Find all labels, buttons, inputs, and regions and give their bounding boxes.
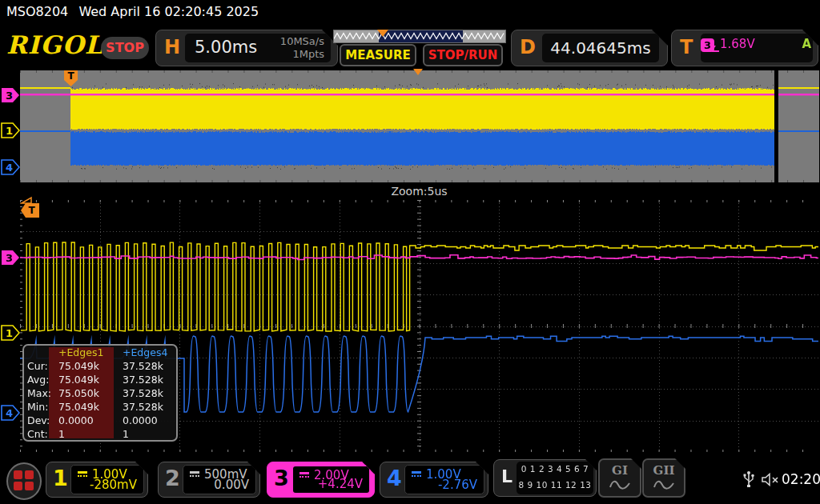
timebase-value: 5.00ms bbox=[195, 38, 257, 57]
run-state-badge: STOP bbox=[101, 37, 149, 59]
oscilloscope-screen: MSO8204 Wed April 16 02:20:45 2025 RIGOL… bbox=[0, 0, 820, 504]
menu-button[interactable] bbox=[6, 462, 42, 500]
strip-trigger-marker-icon bbox=[377, 30, 388, 37]
main-ch3-position-tag[interactable]: 3 bbox=[1, 87, 20, 103]
trigger-level-value: 1.68V bbox=[720, 37, 755, 51]
generator1-button[interactable]: GI bbox=[598, 458, 641, 498]
ch4-offset: -2.76V bbox=[438, 478, 477, 492]
svg-text:3: 3 bbox=[6, 90, 13, 102]
ch1-coupling-icon bbox=[77, 470, 88, 478]
main-timebase-view bbox=[20, 70, 819, 182]
channel4-number: 4 bbox=[387, 466, 402, 490]
channel4-box[interactable]: 4 1.00V -2.76V bbox=[380, 462, 488, 498]
sine-wave-icon bbox=[653, 479, 674, 490]
ch1-offset: -280mV bbox=[90, 478, 137, 492]
generator2-label: GII bbox=[644, 463, 684, 478]
svg-text:4: 4 bbox=[6, 162, 13, 174]
main-ch1-position-tag[interactable]: 1 bbox=[1, 122, 20, 138]
digital-channel-list: 0 1 2 3 4 5 6 7 8 9 10 11 12 13 14 15 bbox=[517, 462, 593, 494]
zoom-ch4-position-tag[interactable]: 4 bbox=[1, 405, 20, 421]
generator1-label: GI bbox=[600, 463, 640, 478]
stop-run-button[interactable]: STOP/RUN bbox=[423, 44, 503, 66]
digital-label: L bbox=[501, 466, 512, 486]
measurement-row: Cur: 75.049k 37.528k bbox=[24, 359, 176, 373]
delay-display: 44.04645ms bbox=[542, 34, 659, 62]
ch2-coupling-icon bbox=[189, 470, 200, 478]
zoom-ch1-position-tag[interactable]: 1 bbox=[1, 325, 20, 341]
trigger-sweep-mode: A bbox=[802, 37, 811, 51]
measure-button[interactable]: MEASURE bbox=[340, 44, 416, 66]
sine-wave-icon bbox=[609, 479, 630, 490]
sample-rate-value: 10MSa/s bbox=[280, 35, 324, 48]
delay-button[interactable]: D 44.04645ms bbox=[511, 30, 668, 66]
usb-icon bbox=[743, 470, 754, 488]
memory-depth-value: 1Mpts bbox=[280, 48, 324, 61]
model-label: MSO8204 bbox=[6, 4, 68, 19]
zoom-corner-marker-icon bbox=[20, 196, 33, 204]
ch3-offset: +4.24V bbox=[318, 477, 363, 491]
main-ch4-position-tag[interactable]: 4 bbox=[1, 159, 20, 175]
measurement-row: Cnt: 1 1 bbox=[24, 427, 176, 441]
top-status-bar: MSO8204 Wed April 16 02:20:45 2025 bbox=[0, 0, 820, 24]
zoom-scale-label: Zoom:5us bbox=[20, 185, 818, 198]
svg-text:1: 1 bbox=[6, 125, 13, 137]
svg-text:4: 4 bbox=[6, 407, 13, 419]
measurement-row: Dev: 0.0000 0.0000 bbox=[24, 414, 176, 427]
trigger-source-badge: 3 bbox=[701, 38, 714, 52]
memory-position-strip[interactable] bbox=[333, 30, 506, 43]
measurement-row: Min: 75.049k 37.528k bbox=[24, 400, 176, 414]
channel3-box[interactable]: 3 2.00V +4.24V bbox=[267, 462, 375, 498]
measurement-row: Max: 75.050k 37.528k bbox=[24, 386, 176, 400]
horizontal-settings-button[interactable]: H 5.00ms 10MSa/s 1Mpts bbox=[155, 30, 338, 66]
digital-channels-box[interactable]: L 0 1 2 3 4 5 6 7 8 9 10 11 12 13 14 15 bbox=[493, 459, 597, 497]
ch2-offset: 0.00V bbox=[214, 478, 249, 492]
trigger-button[interactable]: T 3 1.68V A bbox=[671, 30, 818, 66]
measurement-col2-header: +Edges4 bbox=[121, 346, 177, 359]
t-key-label: T bbox=[680, 31, 693, 63]
channel3-number: 3 bbox=[274, 466, 289, 490]
generator2-button[interactable]: GII bbox=[642, 458, 685, 498]
h-key-label: H bbox=[164, 31, 180, 63]
channel2-number: 2 bbox=[165, 466, 180, 490]
channel2-box[interactable]: 2 500mV 0.00V bbox=[158, 462, 260, 498]
delay-value: 44.04645ms bbox=[550, 38, 650, 58]
measurement-col1-header: +Edges1 bbox=[54, 346, 118, 359]
svg-text:3: 3 bbox=[6, 252, 13, 264]
timebase-display: 5.00ms 10MSa/s 1Mpts bbox=[185, 34, 331, 62]
zoom-ch3-position-tag[interactable]: 3 bbox=[1, 250, 20, 266]
rigol-logo: RIGOL bbox=[6, 30, 103, 59]
ch4-coupling-icon bbox=[411, 470, 422, 478]
horizontal-center-marker-icon bbox=[413, 69, 423, 75]
measurement-row: Avg: 75.049k 37.528k bbox=[24, 373, 176, 386]
channel1-number: 1 bbox=[53, 466, 68, 490]
clock-time: 02:20 bbox=[782, 471, 820, 487]
overview-waveform-canvas bbox=[20, 70, 819, 182]
speaker-mute-icon bbox=[761, 473, 780, 486]
datetime-label: Wed April 16 02:20:45 2025 bbox=[78, 4, 259, 19]
ch3-coupling-icon bbox=[299, 471, 310, 479]
svg-text:1: 1 bbox=[6, 327, 13, 339]
channel1-box[interactable]: 1 1.00V -280mV bbox=[46, 462, 148, 498]
measurement-panel[interactable]: +Edges1 +Edges4 Cur: 75.049k 37.528k Avg… bbox=[22, 344, 178, 442]
d-key-label: D bbox=[520, 31, 536, 63]
